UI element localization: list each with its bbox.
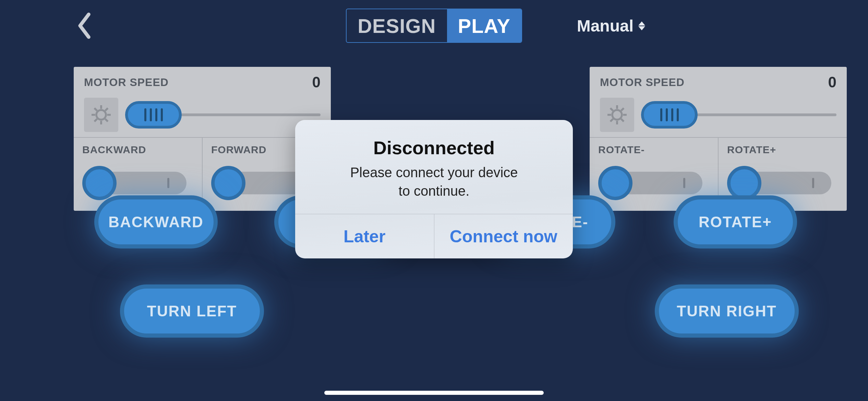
later-button[interactable]: Later bbox=[295, 214, 434, 258]
dialog-backdrop: Disconnected Please connect your device … bbox=[0, 0, 868, 401]
dialog-title: Disconnected bbox=[309, 137, 559, 158]
dialog-message: Please connect your device to continue. bbox=[309, 163, 559, 200]
disconnected-dialog: Disconnected Please connect your device … bbox=[295, 120, 573, 258]
connect-now-button[interactable]: Connect now bbox=[434, 214, 573, 258]
home-indicator[interactable] bbox=[324, 391, 544, 395]
